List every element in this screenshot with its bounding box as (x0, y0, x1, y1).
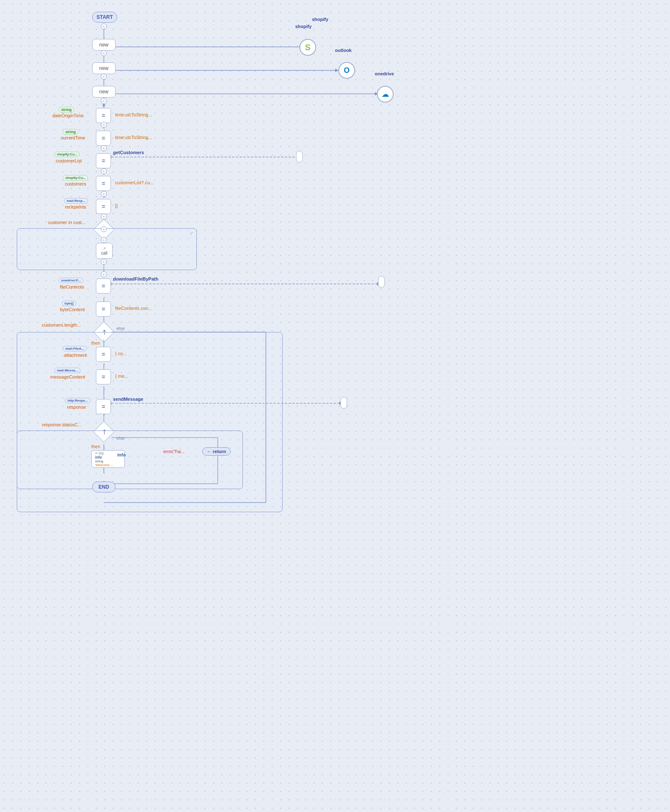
error-label: error("Fai... (163, 449, 184, 454)
customers-badge: shopify:Cu... (63, 175, 88, 180)
if2-condition-label: response.statusC... (42, 422, 82, 427)
shopify-label: shopify (295, 24, 312, 29)
sendMessage-right-pill (340, 397, 347, 409)
outlook-circle[interactable]: O (338, 62, 355, 79)
onedrive-label: onedrive (375, 71, 394, 76)
dateOriginTime-value: time:utcToString... (115, 112, 152, 117)
plus-10[interactable]: + (101, 237, 107, 243)
log-string-label: string (95, 459, 103, 463)
messageContent-badge: mail:Messa... (54, 368, 80, 373)
call-node[interactable]: ↗ call (96, 243, 113, 259)
plus-loop-top[interactable]: + (101, 226, 107, 232)
currentTime-badge: string (63, 129, 78, 135)
currentTime-var: currentTime (61, 135, 85, 140)
recepients-var: recepients (65, 204, 86, 209)
messageContent-eq[interactable]: = (96, 369, 111, 384)
svg-marker-43 (102, 104, 106, 108)
response-eq[interactable]: = (96, 399, 111, 414)
plus-3[interactable]: + (101, 74, 107, 80)
getCustomers-left-pill (296, 151, 303, 162)
customerList-eq[interactable]: = (96, 153, 111, 168)
call-label: call (101, 251, 107, 255)
dateOriginTime-var: dateOriginTime (52, 113, 84, 118)
sendMessage-label: sendMessage (113, 397, 143, 402)
downloadFile-right-pill (378, 276, 385, 288)
flow-container: START shopify shopify new S outlook new … (0, 0, 670, 812)
return-button[interactable]: ← return (202, 447, 231, 456)
log-level: info (95, 455, 102, 459)
plus-9[interactable]: + (101, 214, 107, 219)
onedrive-circle[interactable]: ☁ (377, 86, 394, 103)
start-node: START (92, 12, 117, 23)
new2-label: new (99, 65, 108, 71)
fileContents-var: fileContents (60, 284, 84, 289)
recepients-eq[interactable]: = (96, 199, 111, 214)
info-label: info (117, 452, 126, 457)
plus-5[interactable]: + (101, 122, 107, 128)
dateOriginTime-eq[interactable]: = (96, 108, 111, 123)
plus-2[interactable]: + (101, 50, 107, 56)
end-node: END (92, 482, 116, 492)
customers-var: customers (65, 181, 86, 186)
getCustomers-label: getCustomers (113, 150, 144, 155)
if1-else-label: else (116, 326, 125, 331)
response-badge: http:Respo... (65, 398, 90, 403)
onedrive-icon: ☁ (381, 90, 389, 99)
plus-6[interactable]: + (101, 145, 107, 151)
maximize-icon[interactable]: ⤢ (190, 231, 193, 235)
plus-12[interactable]: + (101, 271, 107, 277)
currentTime-value: time:utcToString... (115, 135, 152, 140)
byteContent-badge: byte[] (62, 301, 76, 306)
customers-eq[interactable]: = (96, 176, 111, 191)
messageContent-var: messageContent (50, 374, 85, 379)
byteContent-var: byteContent (60, 307, 85, 312)
recepients-value: [] (115, 203, 118, 208)
attachment-var: attachment (64, 353, 87, 358)
fileContents-eq[interactable]: = (96, 278, 111, 294)
shopify-circle[interactable]: S (299, 39, 316, 56)
outlook-icon: O (344, 66, 350, 75)
plus-11[interactable]: + (101, 259, 107, 265)
if1-condition-label: customers.length... (42, 322, 81, 327)
fileContents-badge: onedrive:F... (59, 278, 83, 283)
response-var: response (67, 405, 86, 410)
messageContent-value: { me... (115, 374, 128, 379)
recepients-badge: mail:Recp... (64, 198, 88, 204)
start-label: START (96, 14, 113, 20)
new3-label: new (99, 89, 108, 95)
return-label: ← return (207, 449, 226, 454)
plus-8[interactable]: + (101, 191, 107, 197)
plus-1[interactable]: + (101, 23, 107, 29)
plus-7[interactable]: + (101, 168, 107, 174)
loop-condition-label: customer in cust... (48, 220, 85, 225)
new-node-1[interactable]: new (92, 39, 116, 51)
byteContent-eq[interactable]: = (96, 302, 111, 317)
new-node-3[interactable]: new (92, 86, 116, 98)
byteContent-value: fileContents.con... (115, 306, 152, 311)
log-value: 'Welcome ... (95, 463, 113, 467)
downloadFileByPath-label: downloadFileByPath (113, 276, 158, 281)
dateOriginTime-badge: string (59, 107, 74, 113)
customerList-badge: shopify:Cu... (54, 152, 80, 157)
log-icon: ≡ (95, 451, 97, 455)
attachment-badge: mail:FileA... (63, 346, 87, 351)
log-type-label: log (98, 451, 103, 455)
new1-label: new (99, 42, 108, 48)
end-label: END (98, 484, 109, 490)
shopify-icon: S (305, 43, 310, 52)
new-node-2[interactable]: new (92, 62, 116, 74)
attachment-value: { co... (115, 351, 127, 356)
if2-condition-container (17, 430, 243, 489)
shopify-service-label: shopify (312, 17, 328, 22)
attachment-eq[interactable]: = (96, 347, 111, 362)
currentTime-eq[interactable]: = (96, 131, 111, 146)
outlook-label: outlook (335, 48, 352, 53)
customers-value: customerList?.cu... (115, 180, 154, 185)
plus-4[interactable]: + (101, 98, 107, 104)
customerList-var: customerList (56, 158, 82, 163)
